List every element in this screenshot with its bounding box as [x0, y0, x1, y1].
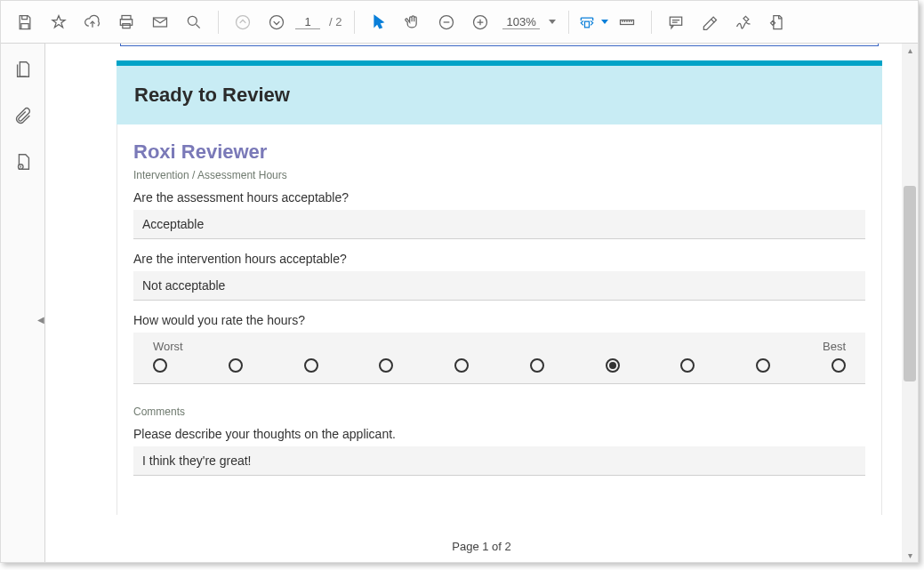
section-label: Intervention / Assessment Hours — [133, 169, 865, 181]
answer-2[interactable]: Not acceptable — [133, 271, 865, 301]
toolbar-separator — [568, 11, 569, 34]
page-down-icon[interactable] — [261, 7, 292, 37]
chevron-down-icon — [549, 20, 556, 24]
zoom-value: 103% — [502, 15, 539, 29]
toolbar-separator — [354, 11, 355, 34]
svg-rect-9 — [584, 21, 589, 28]
document-viewer: Ready to Review Roxi Reviewer Interventi… — [45, 44, 918, 562]
pages-panel-icon[interactable] — [13, 60, 33, 83]
rating-option[interactable] — [454, 358, 469, 373]
rating-option[interactable] — [756, 358, 770, 373]
star-icon[interactable] — [44, 7, 74, 37]
toolbar-separator — [218, 11, 219, 34]
toolbar: / 2 103% — [1, 1, 918, 44]
question-3: How would you rate the hours? — [133, 313, 865, 327]
rating-option[interactable] — [379, 358, 393, 373]
rating-option[interactable] — [530, 358, 544, 373]
svg-rect-0 — [122, 15, 131, 19]
question-2: Are the intervention hours acceptable? — [133, 252, 865, 266]
scrollbar-thumb[interactable] — [904, 186, 916, 381]
sign-icon[interactable] — [728, 7, 759, 37]
zoom-in-icon[interactable] — [465, 7, 495, 37]
collapse-panel-icon[interactable]: ◀ — [36, 310, 45, 328]
rating-option[interactable] — [832, 358, 846, 373]
print-icon[interactable] — [111, 7, 141, 37]
form-body: Roxi Reviewer Intervention / Assessment … — [117, 124, 882, 515]
save-icon[interactable] — [10, 7, 40, 37]
info-panel-icon[interactable] — [13, 152, 33, 175]
cloud-upload-icon[interactable] — [77, 7, 108, 37]
page-footer-label: Page 1 of 2 — [45, 540, 918, 553]
question-4: Please describe your thoughts on the app… — [133, 427, 865, 441]
svg-point-6 — [270, 15, 284, 28]
page-number-input[interactable] — [295, 15, 320, 29]
main-body: ◀ Ready to Review Roxi Reviewer Interven… — [1, 44, 918, 562]
attachments-panel-icon[interactable] — [13, 106, 33, 129]
svg-point-4 — [188, 16, 197, 25]
form-title: Ready to Review — [134, 84, 864, 107]
pointer-tool-icon[interactable] — [364, 7, 394, 37]
rating-option[interactable] — [606, 358, 620, 373]
page-area: Ready to Review Roxi Reviewer Interventi… — [117, 44, 882, 562]
rating-option[interactable] — [304, 358, 318, 373]
scroll-down-icon[interactable]: ▾ — [902, 550, 918, 560]
comment-icon[interactable] — [661, 7, 691, 37]
app-window: / 2 103% ◀ Re — [0, 0, 919, 563]
form-header: Ready to Review — [117, 66, 882, 124]
zoom-out-icon[interactable] — [431, 7, 462, 37]
question-1: Are the assessment hours acceptable? — [133, 190, 865, 205]
answer-4[interactable]: I think they're great! — [133, 446, 865, 476]
svg-rect-3 — [154, 18, 167, 27]
ruler-icon[interactable] — [612, 7, 642, 37]
page-up-icon[interactable] — [228, 7, 258, 37]
zoom-dropdown[interactable]: 103% — [502, 15, 555, 29]
mail-icon[interactable] — [145, 7, 175, 37]
comments-label: Comments — [133, 405, 865, 418]
svg-rect-2 — [123, 23, 130, 28]
hand-tool-icon[interactable] — [398, 7, 428, 37]
fit-width-icon[interactable] — [578, 7, 608, 37]
rating-option[interactable] — [229, 358, 243, 373]
vertical-scrollbar[interactable]: ▴ ▾ — [902, 44, 918, 562]
svg-rect-11 — [670, 17, 681, 25]
rating-option[interactable] — [680, 358, 695, 373]
rating-scale: Worst Best — [133, 333, 865, 384]
rating-best-label: Best — [823, 340, 846, 353]
page-edit-icon[interactable] — [762, 7, 792, 37]
svg-point-5 — [237, 15, 250, 28]
form-card: Ready to Review Roxi Reviewer Interventi… — [117, 60, 882, 515]
answer-1[interactable]: Acceptable — [133, 210, 865, 239]
page-total-label: / 2 — [329, 15, 341, 28]
rating-worst-label: Worst — [153, 340, 183, 353]
toolbar-separator — [651, 11, 652, 34]
search-icon[interactable] — [179, 7, 209, 37]
scroll-up-icon[interactable]: ▴ — [902, 45, 918, 55]
previous-page-edge — [120, 44, 879, 46]
reviewer-name: Roxi Reviewer — [133, 140, 865, 164]
rating-option[interactable] — [153, 358, 167, 373]
side-panel: ◀ — [1, 44, 45, 562]
highlight-icon[interactable] — [695, 7, 725, 37]
